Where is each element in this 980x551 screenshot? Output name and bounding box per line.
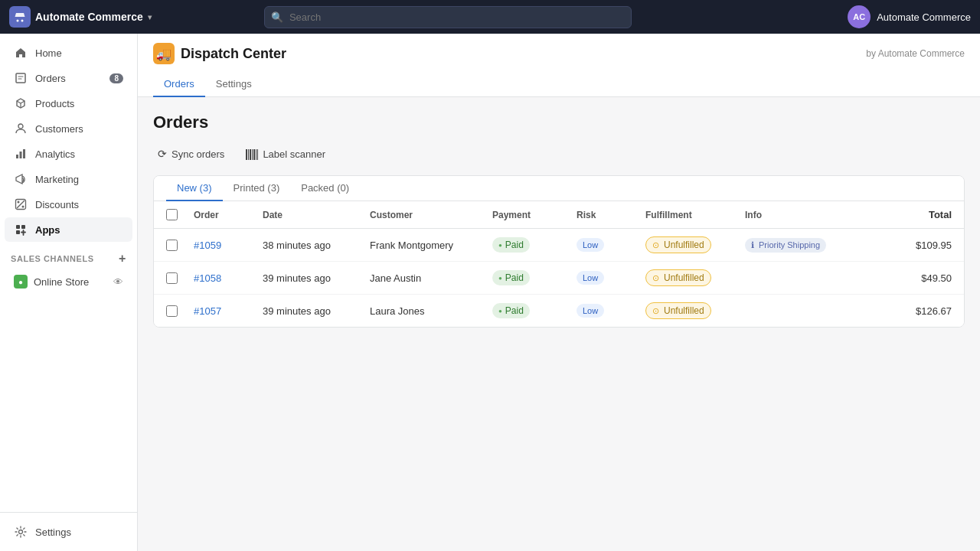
sync-orders-button[interactable]: ⟳ Sync orders: [153, 145, 229, 163]
order-tabs: New (3) Printed (3) Packed (0): [154, 176, 964, 201]
sync-icon: ⟳: [158, 148, 167, 160]
order-link-1059[interactable]: #1059: [194, 240, 221, 251]
fulfillment-badge-3: Unfulfilled: [645, 302, 711, 319]
svg-rect-6: [23, 149, 25, 158]
sidebar-item-home-label: Home: [35, 47, 62, 59]
sidebar-item-home[interactable]: Home: [5, 41, 132, 65]
sidebar-item-settings-label: Settings: [35, 527, 71, 538]
col-payment: Payment: [492, 210, 577, 220]
col-info: Info: [745, 210, 867, 220]
order-risk-3: Low: [577, 304, 645, 318]
sidebar-item-customers[interactable]: Customers: [5, 116, 132, 141]
col-customer: Customer: [370, 210, 492, 220]
order-date-1: 38 minutes ago: [263, 240, 370, 251]
label-scanner-label: Label scanner: [263, 148, 325, 160]
row-checkbox-cell-2[interactable]: [166, 272, 194, 284]
app-header-top: 🚚 Dispatch Center by Automate Commerce: [153, 43, 965, 64]
sidebar-item-discounts[interactable]: Discounts: [5, 192, 132, 217]
user-menu[interactable]: AC Automate Commerce: [848, 5, 971, 28]
order-date-2: 39 minutes ago: [263, 272, 370, 284]
brand-icon: [9, 6, 31, 28]
row-checkbox-3[interactable]: [166, 305, 178, 317]
table-row: #1058 39 minutes ago Jane Austin Paid Lo…: [154, 262, 964, 295]
sidebar-item-online-store[interactable]: ● Online Store 👁: [5, 269, 132, 294]
info-badge-1: Priority Shipping: [745, 238, 826, 253]
col-total: Total: [867, 209, 952, 220]
app-tabs: Orders Settings: [153, 72, 263, 96]
fulfillment-badge-2: Unfulfilled: [645, 269, 711, 286]
order-total-1: $109.95: [867, 240, 952, 251]
brand-name: Automate Commerce: [35, 11, 143, 23]
analytics-icon: [14, 147, 28, 161]
sidebar-nav: Home Orders 8 Products Customers: [0, 34, 137, 512]
svg-rect-18: [253, 149, 255, 160]
sidebar-item-orders[interactable]: Orders 8: [5, 66, 132, 90]
order-total-2: $49.50: [867, 272, 952, 284]
select-all-checkbox[interactable]: [166, 209, 178, 220]
order-payment-1: Paid: [492, 237, 577, 253]
page-title: Orders: [153, 112, 965, 132]
payment-badge-1: Paid: [492, 237, 530, 253]
svg-rect-20: [257, 149, 258, 160]
svg-point-8: [22, 206, 24, 208]
sidebar-item-settings[interactable]: Settings: [5, 520, 132, 544]
select-all-cell[interactable]: [166, 209, 194, 220]
order-number-1[interactable]: #1059: [194, 240, 263, 251]
sales-channels-section: SALES CHANNELS +: [0, 243, 137, 269]
orders-badge: 8: [109, 73, 123, 83]
customers-icon: [14, 122, 28, 135]
payment-badge-2: Paid: [492, 270, 530, 285]
order-customer-2: Jane Austin: [370, 272, 492, 284]
order-risk-1: Low: [577, 238, 645, 252]
svg-rect-19: [256, 149, 256, 160]
row-checkbox-cell-1[interactable]: [166, 240, 194, 251]
tab-settings[interactable]: Settings: [205, 72, 263, 97]
sidebar-item-marketing[interactable]: Marketing: [5, 167, 132, 191]
tab-printed[interactable]: Printed (3): [223, 176, 291, 201]
tab-new[interactable]: New (3): [166, 176, 223, 201]
sidebar-item-apps[interactable]: Apps: [5, 217, 132, 242]
orders-table-container: New (3) Printed (3) Packed (0) Order Dat…: [153, 175, 965, 328]
app-header-title-text: Dispatch Center: [181, 46, 286, 62]
order-info-1: Priority Shipping: [745, 238, 867, 253]
sidebar-item-orders-label: Orders: [35, 73, 66, 84]
barcode-icon: [246, 148, 258, 160]
search-input[interactable]: [264, 6, 632, 28]
svg-rect-2: [16, 73, 25, 83]
svg-point-3: [18, 124, 23, 129]
add-sales-channel-button[interactable]: +: [119, 252, 126, 266]
order-link-1058[interactable]: #1058: [194, 272, 221, 284]
tab-packed[interactable]: Packed (0): [290, 176, 360, 201]
order-payment-3: Paid: [492, 303, 577, 318]
avatar: AC: [848, 5, 871, 28]
row-checkbox-cell-3[interactable]: [166, 305, 194, 317]
svg-rect-12: [16, 230, 20, 234]
eye-icon[interactable]: 👁: [113, 276, 123, 288]
risk-badge-1: Low: [577, 238, 604, 252]
order-date-3: 39 minutes ago: [263, 305, 370, 317]
svg-point-0: [17, 20, 19, 22]
order-risk-2: Low: [577, 271, 645, 285]
order-number-3[interactable]: #1057: [194, 305, 263, 317]
user-name: Automate Commerce: [877, 11, 971, 23]
row-checkbox-1[interactable]: [166, 240, 178, 251]
order-link-1057[interactable]: #1057: [194, 305, 221, 317]
topbar: Automate Commerce ▾ 🔍 AC Automate Commer…: [0, 0, 980, 34]
brand-chevron-icon: ▾: [148, 13, 152, 21]
tab-orders[interactable]: Orders: [153, 72, 205, 97]
svg-point-7: [18, 201, 20, 204]
row-checkbox-2[interactable]: [166, 272, 178, 284]
svg-rect-10: [16, 225, 20, 229]
content-area: Orders ⟳ Sync orders: [138, 97, 980, 343]
order-customer-3: Laura Jones: [370, 305, 492, 317]
sidebar-item-analytics[interactable]: Analytics: [5, 142, 132, 166]
brand-button[interactable]: Automate Commerce ▾: [9, 6, 152, 28]
order-number-2[interactable]: #1058: [194, 272, 263, 284]
sidebar-item-products[interactable]: Products: [5, 91, 132, 116]
label-scanner-button[interactable]: Label scanner: [241, 145, 330, 163]
products-icon: [14, 96, 28, 110]
toolbar: ⟳ Sync orders: [153, 145, 965, 163]
order-fulfillment-3: Unfulfilled: [645, 302, 745, 319]
svg-rect-11: [21, 225, 25, 229]
col-fulfillment: Fulfillment: [645, 210, 745, 220]
